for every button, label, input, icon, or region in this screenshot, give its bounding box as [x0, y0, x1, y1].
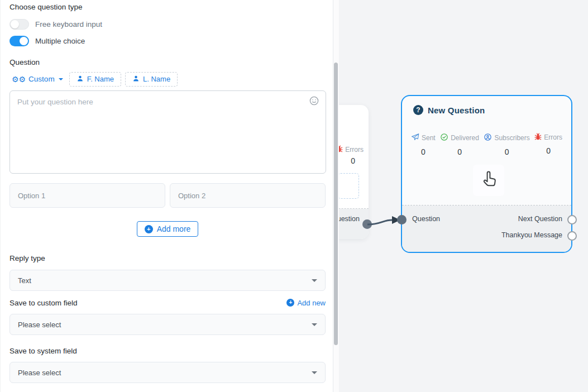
partial-node-stat-label: Errors — [345, 146, 364, 154]
reply-type-label: Reply type — [9, 254, 326, 262]
add-new-link[interactable]: + Add new — [286, 299, 326, 307]
question-mark-icon: ? — [413, 105, 423, 115]
stat-label: Sent — [422, 134, 436, 142]
option-2-input[interactable] — [170, 183, 326, 208]
port-row: Question Next Question — [402, 214, 571, 225]
free-keyboard-toggle[interactable] — [9, 19, 29, 30]
node-footer — [402, 205, 571, 252]
save-custom-field-row: Save to custom field + Add new — [9, 298, 326, 308]
hand-pointer-icon — [479, 169, 498, 192]
new-question-node[interactable]: ? New Question Sent 0 — [401, 95, 572, 253]
flow-builder-screen: Errors 0 uestion ? New Question — [0, 0, 588, 392]
multiple-choice-label: Multiple choice — [35, 37, 85, 45]
fname-tag-button[interactable]: F. Name — [69, 72, 121, 87]
options-row — [9, 183, 326, 208]
add-more-label: Add more — [157, 224, 191, 233]
question-textarea-wrap — [9, 90, 326, 176]
stat-label: Errors — [544, 133, 562, 141]
stat-sent: Sent 0 — [411, 133, 436, 156]
chevron-down-icon — [312, 371, 317, 374]
stat-delivered: Delivered 0 — [440, 133, 479, 156]
check-circle-icon — [440, 133, 448, 143]
bug-icon — [534, 133, 542, 142]
add-option-placeholder[interactable] — [338, 173, 359, 199]
free-keyboard-toggle-row: Free keyboard input — [9, 19, 326, 30]
chevron-down-icon — [59, 78, 63, 80]
port-row: Thankyou Message — [402, 230, 571, 241]
save-custom-field-label: Save to custom field — [9, 299, 78, 307]
cursor-highlight — [473, 165, 504, 196]
output-port-label: Next Question — [518, 215, 562, 223]
stat-value: 0 — [457, 147, 462, 156]
fname-tag-label: F. Name — [87, 75, 114, 83]
partial-node-port-label: uestion — [337, 215, 360, 223]
option-1-input[interactable] — [9, 183, 165, 208]
save-custom-field-value: Please select — [18, 321, 61, 329]
plus-circle-icon: + — [145, 225, 153, 233]
panel-scrollbar-track — [333, 0, 339, 392]
free-keyboard-label: Free keyboard input — [35, 20, 102, 28]
reply-type-value: Text — [18, 276, 31, 285]
multiple-choice-toggle[interactable] — [9, 36, 29, 46]
output-port-next-question[interactable] — [567, 215, 577, 224]
person-circle-icon — [484, 133, 492, 143]
stat-label: Subscribers — [494, 134, 529, 142]
add-more-wrap: + Add more — [9, 221, 326, 237]
save-system-field-value: Please select — [18, 369, 61, 377]
stat-value: 0 — [546, 146, 551, 155]
stat-label: Delivered — [451, 134, 479, 142]
plus-circle-icon: + — [286, 299, 294, 307]
multiple-choice-toggle-row: Multiple choice — [9, 36, 326, 46]
input-port[interactable] — [397, 215, 407, 224]
stat-value: 0 — [505, 147, 509, 156]
output-port-label: Thankyou Message — [501, 231, 562, 239]
save-custom-field-select[interactable]: Please select — [9, 314, 326, 335]
choose-question-type-label: Choose question type — [9, 3, 326, 11]
chevron-down-icon — [312, 279, 317, 282]
emoji-picker-icon[interactable] — [309, 95, 319, 106]
paper-plane-icon — [411, 133, 419, 143]
output-port[interactable] — [362, 219, 372, 229]
stat-errors: Errors 0 — [534, 133, 562, 156]
reply-type-select[interactable]: Text — [9, 270, 326, 291]
add-new-label: Add new — [297, 299, 326, 307]
save-system-field-select[interactable]: Please select — [9, 362, 326, 383]
partial-node-stat-value: 0 — [351, 156, 355, 165]
question-textarea[interactable] — [9, 90, 326, 174]
node-stats: Sent 0 Delivered 0 — [402, 133, 571, 156]
output-port-thankyou-message[interactable] — [567, 231, 577, 241]
custom-button-label: Custom — [28, 75, 55, 83]
add-more-button[interactable]: + Add more — [137, 221, 199, 237]
stat-value: 0 — [421, 147, 426, 156]
person-icon — [77, 75, 84, 84]
lname-tag-label: L. Name — [143, 75, 170, 83]
node-header: ? New Question — [413, 105, 485, 115]
stat-subscribers: Subscribers 0 — [484, 133, 529, 156]
lname-tag-button[interactable]: L. Name — [125, 72, 178, 87]
merge-tag-row: ⚙︎⚙︎ Custom F. Name — [9, 71, 326, 87]
chevron-down-icon — [312, 323, 317, 326]
question-label: Question — [9, 58, 326, 66]
node-title: New Question — [428, 106, 485, 115]
person-icon — [132, 75, 140, 84]
input-port-label: Question — [412, 215, 440, 223]
question-settings-panel: Choose question type Free keyboard input… — [0, 0, 333, 392]
gears-icon: ⚙︎⚙︎ — [12, 75, 26, 83]
panel-scrollbar-thumb[interactable] — [334, 63, 338, 345]
save-system-field-label: Save to system field — [9, 347, 326, 355]
custom-fields-dropdown-button[interactable]: ⚙︎⚙︎ Custom — [9, 75, 65, 83]
